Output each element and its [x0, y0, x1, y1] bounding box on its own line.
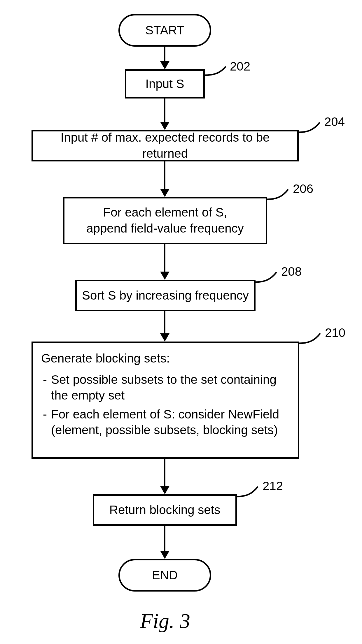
flow-step-202: Input S	[125, 69, 205, 98]
figure-caption: Fig. 3	[140, 609, 190, 633]
arrow	[164, 459, 165, 487]
flow-start: START	[118, 14, 211, 47]
ref-212: 212	[263, 479, 283, 493]
arrow-head-icon	[160, 551, 169, 559]
arrow-head-icon	[160, 189, 169, 197]
leader-line	[267, 188, 293, 205]
arrow-head-icon	[160, 122, 169, 130]
step-text: Input S	[145, 76, 184, 92]
arrow	[164, 161, 165, 189]
flow-step-206: For each element of S,append field-value…	[63, 197, 267, 244]
leader-line	[237, 485, 263, 502]
flow-step-208: Sort S by increasing frequency	[75, 280, 256, 311]
arrow	[164, 47, 165, 62]
arrow-head-icon	[160, 486, 169, 494]
arrow-head-icon	[160, 61, 169, 69]
flowchart-canvas: START Input S 202 Input # of max. expect…	[0, 0, 362, 644]
arrow	[164, 526, 165, 551]
arrow	[164, 244, 165, 272]
step-heading: Generate blocking sets:	[41, 351, 290, 367]
ref-208: 208	[281, 265, 302, 279]
arrow-head-icon	[160, 333, 169, 342]
step-text: Input # of max. expected records to be r…	[38, 130, 292, 161]
arrow	[164, 98, 165, 122]
ref-202: 202	[230, 59, 250, 73]
leader-line	[299, 332, 326, 349]
flow-step-212: Return blocking sets	[93, 494, 237, 526]
flow-step-204: Input # of max. expected records to be r…	[32, 130, 299, 161]
ref-204: 204	[324, 115, 345, 129]
arrow	[164, 311, 165, 334]
flow-start-label: START	[145, 23, 184, 37]
flow-end-label: END	[152, 568, 178, 582]
step-text: Sort S by increasing frequency	[82, 288, 249, 304]
leader-line	[205, 65, 231, 82]
step-text: Return blocking sets	[109, 502, 221, 518]
step-bullet: For each element of S: consider NewField…	[41, 407, 290, 438]
ref-210: 210	[325, 326, 345, 340]
leader-line	[299, 121, 325, 138]
step-bullet: Set possible subsets to the set containi…	[41, 372, 290, 404]
flow-end: END	[118, 559, 211, 592]
arrow-head-icon	[160, 272, 169, 280]
flow-step-210: Generate blocking sets: Set possible sub…	[32, 342, 299, 459]
leader-line	[256, 270, 282, 288]
ref-206: 206	[293, 182, 313, 196]
step-text: For each element of S,append field-value…	[86, 205, 244, 236]
